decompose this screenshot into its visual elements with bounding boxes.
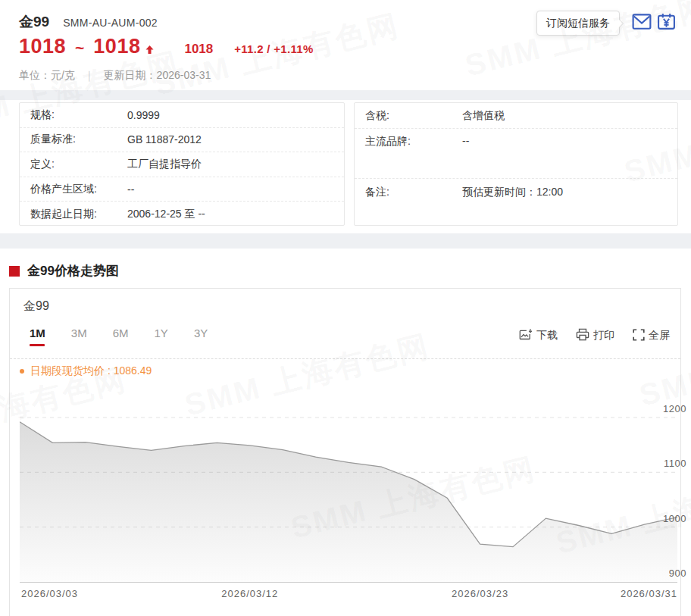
row-label: 质量标准:	[30, 133, 127, 146]
product-name: 金99	[19, 12, 49, 32]
chart-title: 金99	[23, 299, 49, 314]
product-code: SMM-AU-AUM-002	[63, 17, 158, 29]
chart-section: 金99价格走势图 金99 1M 3M 6M 1Y 3Y 下载	[0, 249, 691, 616]
row-value: 0.9999	[127, 109, 160, 121]
table-row: 含税: 含增值税	[355, 103, 677, 129]
row-value: 含增值税	[462, 109, 505, 123]
row-label: 数据起止日期:	[30, 208, 127, 221]
print-label: 打印	[593, 329, 614, 342]
unit-label: 单位：元/克	[19, 69, 75, 83]
chart-toolbar: 下载 打印 全屏	[519, 328, 670, 343]
table-row: 定义: 工厂自提指导价	[20, 152, 344, 177]
spec-table-right: 含税: 含增值税 主流品牌: -- 备注: 预估更新时间：12:00	[354, 102, 678, 226]
row-value: 预估更新时间：12:00	[462, 186, 563, 199]
product-title-row: 金99 SMM-AU-AUM-002	[19, 12, 158, 32]
y-axis-tick-label: 1100	[641, 458, 686, 469]
printer-icon	[576, 328, 589, 343]
table-row: 备注: 预估更新时间：12:00	[355, 179, 677, 225]
row-value: 工厂自提指导价	[127, 158, 202, 171]
price-trend-plot: 9001000110012002026/03/032026/03/122026/…	[20, 381, 677, 608]
update-date-label: 更新日期：2026-03-31	[104, 69, 211, 83]
area-fill	[20, 422, 677, 582]
table-row: 质量标准: GB 11887-2012	[20, 128, 344, 153]
legend-dot-icon	[20, 369, 24, 374]
range-tabs: 1M 3M 6M 1Y 3Y	[30, 327, 208, 339]
row-label: 备注:	[365, 186, 462, 199]
row-value: GB 11887-2012	[127, 133, 202, 145]
price-range-tilde: ~	[75, 39, 84, 57]
table-row: 主流品牌: --	[355, 129, 677, 179]
mail-subscribe-icon[interactable]	[632, 13, 652, 33]
x-axis-tick-label: 2026/03/03	[21, 588, 78, 599]
table-row: 数据起止日期: 2006-12-25 至 --	[20, 202, 344, 227]
section-bullet-icon	[9, 266, 20, 277]
price-change: +11.2 / +1.11%	[234, 42, 313, 55]
meta-row: 单位：元/克 ｜ 更新日期：2026-03-31	[19, 69, 211, 83]
row-label: 定义:	[30, 158, 127, 171]
tab-6m[interactable]: 6M	[113, 327, 129, 339]
chart-legend: 日期段现货均价 : 1086.49	[20, 364, 152, 378]
fullscreen-button[interactable]: 全屏	[633, 328, 670, 343]
price-alert-yen-icon[interactable]	[657, 13, 676, 33]
x-axis-tick-label: 2026/03/23	[452, 588, 508, 599]
price-low: 1018	[19, 35, 66, 58]
dashed-divider	[10, 358, 680, 359]
fullscreen-label: 全屏	[649, 329, 670, 342]
area-chart	[20, 381, 677, 583]
x-axis-tick-label: 2026/03/12	[221, 588, 278, 599]
download-image-icon	[519, 328, 533, 343]
fullscreen-icon	[633, 329, 645, 343]
tab-1y[interactable]: 1Y	[155, 327, 168, 339]
meta-separator: ｜	[84, 69, 95, 83]
table-row: 价格产生区域: --	[20, 177, 344, 202]
download-button[interactable]: 下载	[519, 328, 558, 343]
y-axis-tick-label: 1000	[641, 513, 686, 524]
x-axis-tick-label: 2026/03/31	[621, 588, 677, 599]
table-row: 规格: 0.9999	[20, 103, 344, 128]
price-high: 1018	[93, 35, 140, 58]
tab-1m[interactable]: 1M	[30, 327, 45, 339]
chart-card: 金99 1M 3M 6M 1Y 3Y 下载	[9, 288, 681, 616]
price-up-icon	[145, 43, 154, 57]
summary-card: 金99 SMM-AU-AUM-002 1018 ~ 1018 1018 +11.…	[0, 0, 691, 90]
subscribe-sms-tooltip: 订阅短信服务	[536, 11, 620, 36]
row-label: 规格:	[30, 108, 127, 122]
spec-info-card: 规格: 0.9999 质量标准: GB 11887-2012 定义: 工厂自提指…	[0, 100, 691, 233]
price-row: 1018 ~ 1018 1018 +11.2 / +1.11%	[19, 35, 314, 58]
tab-3y[interactable]: 3Y	[194, 327, 208, 339]
tab-3m[interactable]: 3M	[71, 327, 87, 339]
row-label: 价格产生区域:	[30, 183, 127, 196]
download-label: 下载	[536, 329, 558, 342]
legend-label: 日期段现货均价 : 1086.49	[30, 364, 152, 378]
spec-table-left: 规格: 0.9999 质量标准: GB 11887-2012 定义: 工厂自提指…	[19, 102, 345, 226]
price-latest: 1018	[184, 42, 213, 57]
print-button[interactable]: 打印	[576, 328, 614, 343]
row-label: 主流品牌:	[365, 135, 462, 149]
section-header: 金99价格走势图	[9, 262, 119, 280]
y-axis-tick-label: 900	[641, 568, 686, 579]
section-title: 金99价格走势图	[27, 262, 119, 280]
row-value: 2006-12-25 至 --	[127, 208, 205, 221]
row-value: --	[462, 135, 469, 147]
row-label: 含税:	[365, 109, 462, 123]
y-axis-tick-label: 1200	[641, 403, 686, 414]
row-value: --	[127, 183, 134, 195]
